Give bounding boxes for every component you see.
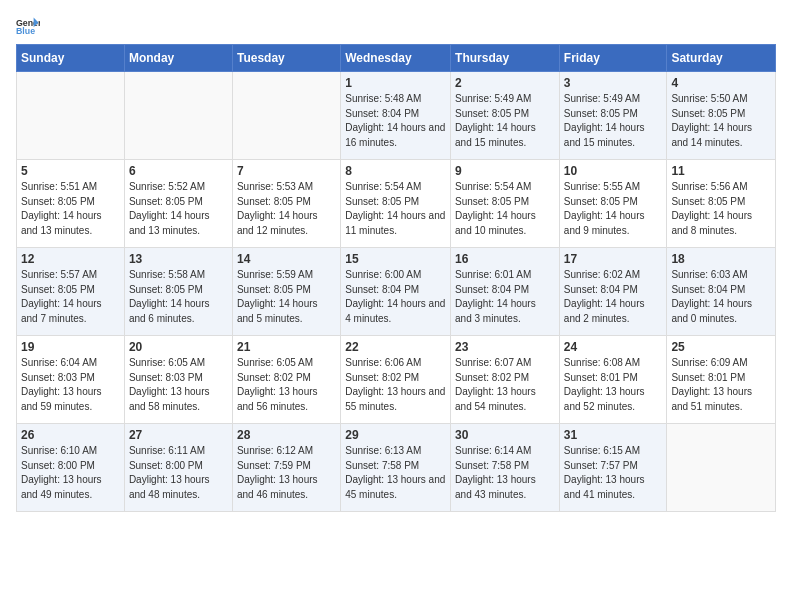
day-info: Sunrise: 5:56 AM Sunset: 8:05 PM Dayligh…	[671, 180, 771, 238]
week-row-3: 12Sunrise: 5:57 AM Sunset: 8:05 PM Dayli…	[17, 248, 776, 336]
weekday-header-wednesday: Wednesday	[341, 45, 451, 72]
weekday-header-friday: Friday	[559, 45, 667, 72]
day-number: 31	[564, 428, 663, 442]
day-cell: 15Sunrise: 6:00 AM Sunset: 8:04 PM Dayli…	[341, 248, 451, 336]
day-info: Sunrise: 5:52 AM Sunset: 8:05 PM Dayligh…	[129, 180, 228, 238]
day-info: Sunrise: 6:06 AM Sunset: 8:02 PM Dayligh…	[345, 356, 446, 414]
day-number: 19	[21, 340, 120, 354]
day-info: Sunrise: 5:54 AM Sunset: 8:05 PM Dayligh…	[345, 180, 446, 238]
day-info: Sunrise: 6:13 AM Sunset: 7:58 PM Dayligh…	[345, 444, 446, 502]
logo: General Blue	[16, 16, 44, 36]
day-info: Sunrise: 6:05 AM Sunset: 8:02 PM Dayligh…	[237, 356, 336, 414]
day-info: Sunrise: 6:09 AM Sunset: 8:01 PM Dayligh…	[671, 356, 771, 414]
day-cell: 7Sunrise: 5:53 AM Sunset: 8:05 PM Daylig…	[232, 160, 340, 248]
day-cell: 23Sunrise: 6:07 AM Sunset: 8:02 PM Dayli…	[451, 336, 560, 424]
day-info: Sunrise: 5:48 AM Sunset: 8:04 PM Dayligh…	[345, 92, 446, 150]
day-number: 17	[564, 252, 663, 266]
day-number: 26	[21, 428, 120, 442]
weekday-row: SundayMondayTuesdayWednesdayThursdayFrid…	[17, 45, 776, 72]
day-number: 27	[129, 428, 228, 442]
day-cell: 1Sunrise: 5:48 AM Sunset: 8:04 PM Daylig…	[341, 72, 451, 160]
day-cell: 26Sunrise: 6:10 AM Sunset: 8:00 PM Dayli…	[17, 424, 125, 512]
day-number: 29	[345, 428, 446, 442]
day-cell: 9Sunrise: 5:54 AM Sunset: 8:05 PM Daylig…	[451, 160, 560, 248]
day-cell: 18Sunrise: 6:03 AM Sunset: 8:04 PM Dayli…	[667, 248, 776, 336]
day-info: Sunrise: 5:57 AM Sunset: 8:05 PM Dayligh…	[21, 268, 120, 326]
weekday-header-thursday: Thursday	[451, 45, 560, 72]
day-cell: 28Sunrise: 6:12 AM Sunset: 7:59 PM Dayli…	[232, 424, 340, 512]
calendar-header: SundayMondayTuesdayWednesdayThursdayFrid…	[17, 45, 776, 72]
day-info: Sunrise: 6:08 AM Sunset: 8:01 PM Dayligh…	[564, 356, 663, 414]
day-number: 22	[345, 340, 446, 354]
day-info: Sunrise: 5:58 AM Sunset: 8:05 PM Dayligh…	[129, 268, 228, 326]
day-cell: 16Sunrise: 6:01 AM Sunset: 8:04 PM Dayli…	[451, 248, 560, 336]
day-cell: 2Sunrise: 5:49 AM Sunset: 8:05 PM Daylig…	[451, 72, 560, 160]
week-row-4: 19Sunrise: 6:04 AM Sunset: 8:03 PM Dayli…	[17, 336, 776, 424]
day-info: Sunrise: 5:49 AM Sunset: 8:05 PM Dayligh…	[564, 92, 663, 150]
day-number: 5	[21, 164, 120, 178]
day-number: 16	[455, 252, 555, 266]
day-number: 15	[345, 252, 446, 266]
day-cell: 5Sunrise: 5:51 AM Sunset: 8:05 PM Daylig…	[17, 160, 125, 248]
day-number: 6	[129, 164, 228, 178]
day-cell: 4Sunrise: 5:50 AM Sunset: 8:05 PM Daylig…	[667, 72, 776, 160]
day-info: Sunrise: 6:07 AM Sunset: 8:02 PM Dayligh…	[455, 356, 555, 414]
day-cell	[667, 424, 776, 512]
day-cell	[232, 72, 340, 160]
day-number: 20	[129, 340, 228, 354]
day-cell: 10Sunrise: 5:55 AM Sunset: 8:05 PM Dayli…	[559, 160, 667, 248]
day-number: 2	[455, 76, 555, 90]
day-number: 9	[455, 164, 555, 178]
day-info: Sunrise: 5:54 AM Sunset: 8:05 PM Dayligh…	[455, 180, 555, 238]
day-cell: 29Sunrise: 6:13 AM Sunset: 7:58 PM Dayli…	[341, 424, 451, 512]
day-number: 25	[671, 340, 771, 354]
day-cell: 27Sunrise: 6:11 AM Sunset: 8:00 PM Dayli…	[124, 424, 232, 512]
week-row-5: 26Sunrise: 6:10 AM Sunset: 8:00 PM Dayli…	[17, 424, 776, 512]
day-number: 10	[564, 164, 663, 178]
day-cell: 3Sunrise: 5:49 AM Sunset: 8:05 PM Daylig…	[559, 72, 667, 160]
day-info: Sunrise: 6:10 AM Sunset: 8:00 PM Dayligh…	[21, 444, 120, 502]
day-info: Sunrise: 5:53 AM Sunset: 8:05 PM Dayligh…	[237, 180, 336, 238]
day-number: 11	[671, 164, 771, 178]
day-info: Sunrise: 6:03 AM Sunset: 8:04 PM Dayligh…	[671, 268, 771, 326]
day-number: 23	[455, 340, 555, 354]
day-cell: 21Sunrise: 6:05 AM Sunset: 8:02 PM Dayli…	[232, 336, 340, 424]
week-row-1: 1Sunrise: 5:48 AM Sunset: 8:04 PM Daylig…	[17, 72, 776, 160]
day-info: Sunrise: 6:05 AM Sunset: 8:03 PM Dayligh…	[129, 356, 228, 414]
logo-icon: General Blue	[16, 16, 40, 36]
svg-text:Blue: Blue	[16, 26, 35, 36]
day-number: 14	[237, 252, 336, 266]
day-cell: 11Sunrise: 5:56 AM Sunset: 8:05 PM Dayli…	[667, 160, 776, 248]
day-cell: 20Sunrise: 6:05 AM Sunset: 8:03 PM Dayli…	[124, 336, 232, 424]
day-cell: 8Sunrise: 5:54 AM Sunset: 8:05 PM Daylig…	[341, 160, 451, 248]
weekday-header-tuesday: Tuesday	[232, 45, 340, 72]
day-number: 28	[237, 428, 336, 442]
day-info: Sunrise: 6:12 AM Sunset: 7:59 PM Dayligh…	[237, 444, 336, 502]
day-number: 18	[671, 252, 771, 266]
day-info: Sunrise: 6:11 AM Sunset: 8:00 PM Dayligh…	[129, 444, 228, 502]
day-number: 24	[564, 340, 663, 354]
weekday-header-monday: Monday	[124, 45, 232, 72]
day-number: 4	[671, 76, 771, 90]
day-info: Sunrise: 5:59 AM Sunset: 8:05 PM Dayligh…	[237, 268, 336, 326]
day-cell: 17Sunrise: 6:02 AM Sunset: 8:04 PM Dayli…	[559, 248, 667, 336]
day-cell: 13Sunrise: 5:58 AM Sunset: 8:05 PM Dayli…	[124, 248, 232, 336]
day-cell	[17, 72, 125, 160]
day-info: Sunrise: 5:50 AM Sunset: 8:05 PM Dayligh…	[671, 92, 771, 150]
day-number: 30	[455, 428, 555, 442]
day-info: Sunrise: 5:55 AM Sunset: 8:05 PM Dayligh…	[564, 180, 663, 238]
day-number: 12	[21, 252, 120, 266]
day-info: Sunrise: 6:14 AM Sunset: 7:58 PM Dayligh…	[455, 444, 555, 502]
day-info: Sunrise: 6:00 AM Sunset: 8:04 PM Dayligh…	[345, 268, 446, 326]
day-info: Sunrise: 5:49 AM Sunset: 8:05 PM Dayligh…	[455, 92, 555, 150]
day-cell: 12Sunrise: 5:57 AM Sunset: 8:05 PM Dayli…	[17, 248, 125, 336]
calendar-table: SundayMondayTuesdayWednesdayThursdayFrid…	[16, 44, 776, 512]
weekday-header-sunday: Sunday	[17, 45, 125, 72]
day-cell: 6Sunrise: 5:52 AM Sunset: 8:05 PM Daylig…	[124, 160, 232, 248]
day-number: 1	[345, 76, 446, 90]
header: General Blue	[16, 16, 776, 36]
day-cell: 31Sunrise: 6:15 AM Sunset: 7:57 PM Dayli…	[559, 424, 667, 512]
day-info: Sunrise: 6:04 AM Sunset: 8:03 PM Dayligh…	[21, 356, 120, 414]
day-info: Sunrise: 5:51 AM Sunset: 8:05 PM Dayligh…	[21, 180, 120, 238]
day-number: 13	[129, 252, 228, 266]
